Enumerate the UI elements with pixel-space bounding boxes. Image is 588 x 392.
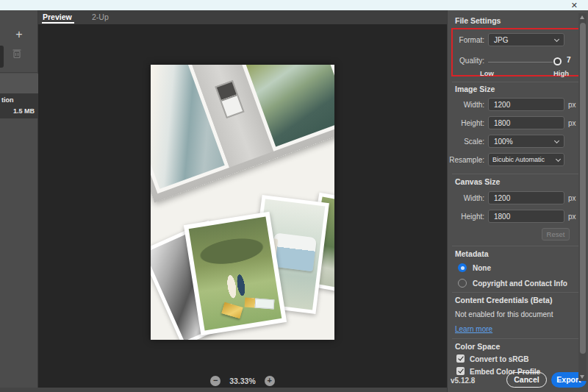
cropped-thumbnail-edge xyxy=(0,46,4,68)
format-label: Format: xyxy=(448,36,484,44)
add-scale-button[interactable]: + xyxy=(0,28,38,41)
active-tab-underline xyxy=(42,22,74,24)
quality-range-labels: Low High xyxy=(448,69,588,78)
format-row: Format: JPG xyxy=(448,33,588,46)
chevron-down-icon xyxy=(554,36,559,41)
version-label: v5.12.8 xyxy=(451,377,475,385)
image-height-row: Height: 1800 px xyxy=(448,116,588,129)
scale-label: Scale: xyxy=(448,138,484,146)
preview-canvas: − 33.33% + xyxy=(38,24,447,388)
zoom-out-button[interactable]: − xyxy=(210,376,220,386)
image-width-label: Width: xyxy=(448,101,484,109)
metadata-title: Metadata xyxy=(455,249,489,258)
document-preview-image xyxy=(151,65,334,340)
reset-button[interactable]: Reset xyxy=(542,228,570,240)
image-height-input[interactable]: 1800 xyxy=(488,116,564,129)
scale-row: Scale: 100% xyxy=(448,135,588,148)
section-divider xyxy=(452,82,578,82)
preview-tabbar: Preview 2-Up xyxy=(38,10,447,24)
sidebar-divider xyxy=(0,72,38,73)
content-credentials-status: Not enabled for this document xyxy=(455,310,553,318)
export-as-dialog: + tion 1.5 MB Preview 2-Up xyxy=(0,10,588,392)
zoom-controls: − 33.33% + xyxy=(38,376,447,386)
color-space-title: Color Space xyxy=(455,342,500,351)
scroll-down-icon[interactable] xyxy=(580,375,584,379)
resample-label: Resample: xyxy=(448,156,484,164)
album-usb-window xyxy=(215,80,244,118)
tab-2up[interactable]: 2-Up xyxy=(92,13,109,21)
canvas-height-row: Height: 1800 px xyxy=(448,210,588,223)
section-divider xyxy=(452,292,578,293)
quality-high-label: High xyxy=(553,69,569,77)
canvas-height-unit: px xyxy=(568,213,576,221)
item-file-size: 1.5 MB xyxy=(13,107,35,115)
quality-low-label: Low xyxy=(480,69,494,77)
item-name: tion xyxy=(1,96,14,104)
resample-value: Bicubic Automatic xyxy=(492,156,545,163)
panel-scrollbar[interactable] xyxy=(578,13,587,381)
cancel-button[interactable]: Cancel xyxy=(506,372,547,388)
resample-dropdown[interactable]: Bicubic Automatic xyxy=(488,153,564,166)
delete-scale-icon[interactable] xyxy=(12,48,22,62)
canvas-width-unit: px xyxy=(568,194,576,202)
learn-more-link[interactable]: Learn more xyxy=(455,325,492,333)
quality-slider-track[interactable] xyxy=(488,62,553,63)
scale-value: 100% xyxy=(494,138,513,146)
canvas-width-row: Width: 1200 px xyxy=(448,191,588,204)
file-settings-title: File Settings xyxy=(455,16,501,25)
export-items-sidebar: + tion 1.5 MB xyxy=(0,10,38,392)
scrollbar-thumb[interactable] xyxy=(580,23,586,354)
zoom-in-button[interactable]: + xyxy=(265,376,275,386)
zoom-level: 33.33% xyxy=(229,377,256,385)
quality-value: 7 xyxy=(567,56,571,64)
image-width-input[interactable]: 1200 xyxy=(488,98,564,111)
canvas-width-label: Width: xyxy=(448,194,484,202)
format-value: JPG xyxy=(494,36,508,44)
quality-slider-knob[interactable] xyxy=(553,57,562,65)
metadata-copyright-label: Copyright and Contact Info xyxy=(473,279,567,288)
export-settings-panel: File Settings Format: JPG Quality: 7 Low… xyxy=(447,10,588,392)
metadata-none-label: None xyxy=(473,264,491,272)
convert-srgb-checkbox[interactable] xyxy=(456,354,465,363)
dialog-bottom-edge xyxy=(0,388,447,392)
scroll-up-icon[interactable] xyxy=(580,15,584,19)
format-dropdown[interactable]: JPG xyxy=(488,33,564,46)
canvas-height-label: Height: xyxy=(448,213,484,221)
metadata-copyright-radio[interactable] xyxy=(458,279,467,288)
chevron-down-icon xyxy=(556,156,561,161)
image-width-unit: px xyxy=(568,101,576,109)
resample-row: Resample: Bicubic Automatic xyxy=(448,153,588,166)
close-icon[interactable]: ✕ xyxy=(571,0,578,10)
canvas-height-input[interactable]: 1800 xyxy=(488,210,564,223)
tab-preview[interactable]: Preview xyxy=(43,13,72,21)
image-size-title: Image Size xyxy=(455,85,495,93)
photo-album-graphic xyxy=(151,65,334,202)
gold-usb-stick-graphic xyxy=(245,298,275,310)
item-thumbnail-partial xyxy=(0,74,38,93)
page-background-strip: ✕ xyxy=(0,0,588,10)
chevron-down-icon xyxy=(554,138,559,143)
embed-profile-checkbox[interactable] xyxy=(456,367,465,375)
export-item-selected[interactable]: tion 1.5 MB xyxy=(0,93,38,118)
quality-row: Quality: 7 xyxy=(448,56,588,66)
section-divider xyxy=(452,246,578,246)
section-divider xyxy=(452,174,578,174)
scale-dropdown[interactable]: 100% xyxy=(488,135,564,148)
image-height-label: Height: xyxy=(448,119,484,127)
canvas-width-input[interactable]: 1200 xyxy=(488,191,564,204)
metadata-none-radio[interactable] xyxy=(458,263,467,272)
section-divider xyxy=(452,338,578,339)
quality-label: Quality: xyxy=(448,57,484,65)
content-credentials-title: Content Credentials (Beta) xyxy=(455,296,552,304)
convert-srgb-label: Convert to sRGB xyxy=(470,355,529,363)
image-width-row: Width: 1200 px xyxy=(448,98,588,111)
image-height-unit: px xyxy=(568,119,576,127)
canvas-size-title: Canvas Size xyxy=(455,177,500,186)
